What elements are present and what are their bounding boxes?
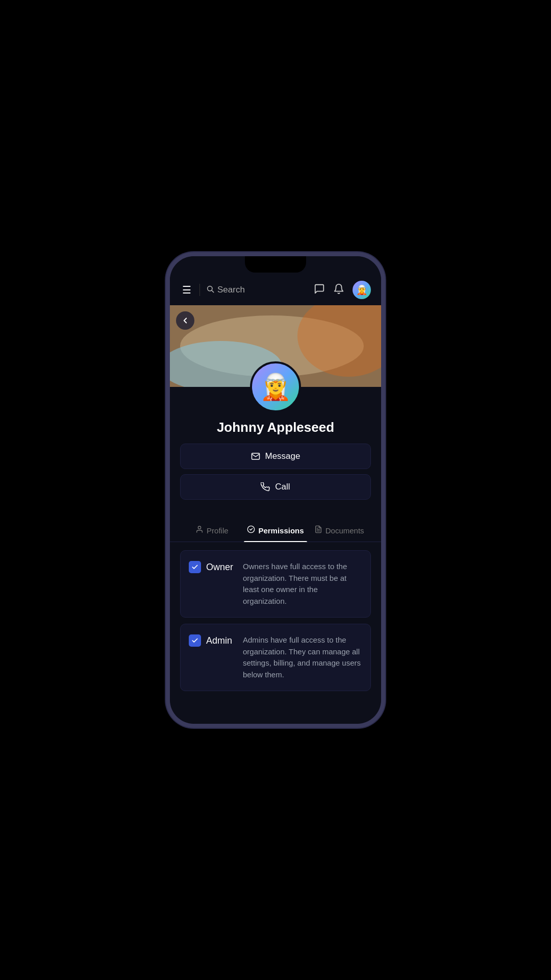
tab-permissions-label: Permissions <box>258 526 304 535</box>
tabs-bar: Profile Permissions <box>170 519 381 542</box>
chat-icon[interactable] <box>314 283 325 297</box>
owner-description: Owners have full access to the organizat… <box>243 561 362 607</box>
profile-avatar-emoji: 🧝 <box>260 372 291 402</box>
topbar-icons: 🧝 <box>314 281 371 299</box>
message-button[interactable]: Message <box>180 444 371 469</box>
notch <box>245 256 306 273</box>
back-button[interactable] <box>176 311 194 330</box>
permissions-content: Owner Owners have full access to the org… <box>170 542 381 705</box>
message-label: Message <box>265 451 300 461</box>
screen: ☰ Search <box>170 256 381 724</box>
permission-owner: Owner Owners have full access to the org… <box>180 550 371 618</box>
tab-documents[interactable]: Documents <box>307 519 371 542</box>
menu-button[interactable]: ☰ <box>180 282 193 298</box>
call-button[interactable]: Call <box>180 474 371 500</box>
cover-river <box>222 321 329 355</box>
cover-clouds <box>202 322 349 354</box>
search-icon <box>206 285 214 295</box>
profile-avatar: 🧝 <box>250 361 301 412</box>
action-buttons: Message Call <box>170 435 381 504</box>
avatar-emoji: 🧝 <box>356 284 367 296</box>
documents-tab-icon <box>314 525 322 535</box>
svg-point-2 <box>198 526 201 529</box>
admin-description: Admins have full access to the organizat… <box>243 634 362 680</box>
permissions-tab-icon <box>247 525 255 535</box>
bell-icon[interactable] <box>333 283 344 297</box>
call-label: Call <box>275 482 290 492</box>
profile-avatar-wrapper: 🧝 <box>250 361 301 412</box>
svg-line-1 <box>212 290 214 292</box>
admin-label: Admin <box>206 635 232 646</box>
search-bar[interactable]: Search <box>206 285 310 295</box>
profile-section: 🧝 Johnny Appleseed Message Call <box>170 387 381 514</box>
tab-profile-label: Profile <box>207 526 229 535</box>
topbar-divider <box>199 284 200 296</box>
admin-checkbox[interactable] <box>189 634 201 647</box>
phone-frame: ☰ Search <box>166 252 385 728</box>
tab-documents-label: Documents <box>325 526 364 535</box>
permission-admin: Admin Admins have full access to the org… <box>180 624 371 691</box>
tab-permissions[interactable]: Permissions <box>244 519 308 542</box>
tab-profile[interactable]: Profile <box>180 519 244 542</box>
search-placeholder: Search <box>217 285 245 295</box>
owner-label: Owner <box>206 562 233 573</box>
user-avatar-topbar[interactable]: 🧝 <box>353 281 371 299</box>
permission-owner-left: Owner <box>189 561 235 573</box>
profile-tab-icon <box>195 525 204 535</box>
profile-name: Johnny Appleseed <box>217 420 334 435</box>
owner-checkbox[interactable] <box>189 561 201 573</box>
permission-admin-left: Admin <box>189 634 235 647</box>
